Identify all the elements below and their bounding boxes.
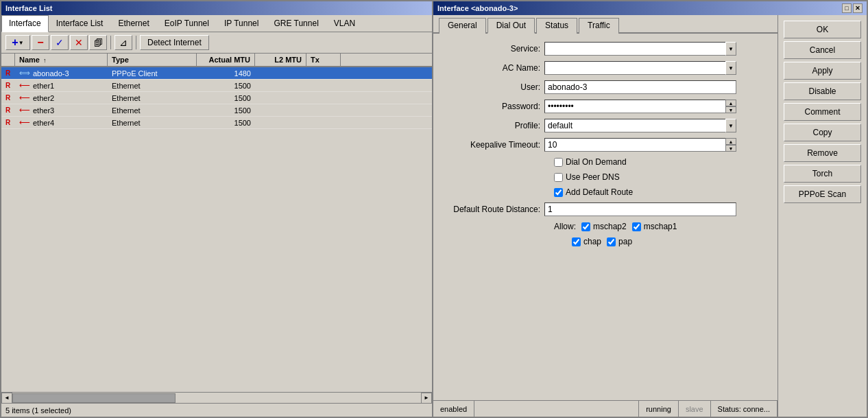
add-default-route-checkbox[interactable] (554, 188, 563, 197)
tab-traffic[interactable]: Traffic (579, 18, 619, 34)
status-running: running (639, 401, 679, 417)
menu-ethernet[interactable]: Ethernet (110, 15, 156, 32)
table-row[interactable]: R ⟺ abonado-3 PPPoE Client 1480 (1, 67, 432, 80)
row-l2mtu (255, 97, 306, 99)
col-type[interactable]: Type (108, 54, 197, 66)
tab-status[interactable]: Status (536, 18, 577, 34)
chap-checkbox[interactable] (572, 237, 581, 246)
profile-dropdown-button[interactable]: ▼ (725, 119, 736, 132)
profile-input-group: ▼ (544, 119, 736, 132)
dial-on-demand-label: Dial On Demand (566, 157, 627, 167)
separator (110, 36, 111, 49)
row-name: ⟵ ether3 (15, 105, 108, 115)
pppoe-scan-button[interactable]: PPPoE Scan (784, 185, 861, 203)
copy-button[interactable]: 🗐 (89, 35, 107, 50)
mschap1-checkbox[interactable] (632, 222, 641, 231)
row-tx (306, 122, 341, 124)
restore-button[interactable]: □ (842, 3, 852, 13)
table-row[interactable]: R ⟵ ether3 Ethernet 1500 (1, 104, 432, 117)
service-input-group: ▼ (544, 42, 736, 56)
use-peer-dns-group: Use Peer DNS (554, 172, 620, 182)
detect-internet-button[interactable]: Detect Internet (140, 35, 209, 50)
row-mtu: 1500 (197, 118, 255, 128)
tab-general[interactable]: General (439, 18, 486, 34)
ok-button[interactable]: OK (784, 21, 861, 38)
service-input[interactable] (544, 42, 725, 56)
comment-button[interactable]: Comment (784, 103, 861, 121)
use-peer-dns-row: Use Peer DNS (444, 172, 767, 182)
user-label: User: (444, 82, 540, 92)
scroll-right-button[interactable]: ► (421, 393, 432, 404)
left-window-title: Interface List (1, 1, 432, 15)
password-down-button[interactable]: ▼ (725, 106, 736, 113)
menu-vlan[interactable]: VLAN (326, 15, 363, 32)
remove-button[interactable]: Remove (784, 144, 861, 162)
scroll-left-button[interactable]: ◄ (1, 393, 12, 404)
table-row[interactable]: R ⟵ ether1 Ethernet 1500 (1, 80, 432, 92)
acname-dropdown-button[interactable]: ▼ (725, 61, 736, 75)
col-name[interactable]: Name ↑ (15, 54, 108, 66)
keepalive-input[interactable] (544, 138, 725, 152)
tab-dial-out[interactable]: Dial Out (487, 18, 535, 34)
hscroll-thumb[interactable] (12, 393, 176, 403)
row-tx (306, 110, 341, 111)
row-mtu: 1500 (197, 81, 255, 91)
col-l2mtu[interactable]: L2 MTU (255, 54, 306, 66)
service-dropdown-button[interactable]: ▼ (725, 42, 736, 56)
hscroll-track[interactable] (12, 393, 421, 403)
profile-label: Profile: (444, 121, 540, 130)
mschap2-label: mschap2 (593, 222, 627, 231)
add-button[interactable]: + ▼ (5, 35, 30, 50)
disable-button[interactable]: Disable (784, 82, 861, 100)
filter-button[interactable]: ⊿ (114, 35, 132, 50)
acname-input[interactable] (544, 61, 725, 75)
menu-ip-tunnel[interactable]: IP Tunnel (217, 15, 266, 32)
password-input[interactable] (544, 100, 725, 113)
mschap2-checkbox[interactable] (581, 222, 590, 231)
menu-bar: Interface Interface List Ethernet EoIP T… (1, 15, 432, 32)
password-row: Password: ▲ ▼ (444, 100, 767, 113)
menu-interface-list[interactable]: Interface List (49, 15, 111, 32)
close-button[interactable]: ✕ (853, 3, 863, 13)
table-row[interactable]: R ⟵ ether4 Ethernet 1500 (1, 117, 432, 129)
row-marker: R (1, 93, 15, 102)
col-tx[interactable]: Tx (306, 54, 341, 66)
user-input[interactable] (544, 80, 736, 94)
row-l2mtu (255, 85, 306, 86)
menu-gre-tunnel[interactable]: GRE Tunnel (266, 15, 326, 32)
password-label: Password: (444, 102, 540, 111)
dial-on-demand-checkbox[interactable] (554, 158, 563, 167)
chap-group: chap (572, 237, 601, 246)
detail-area: General Dial Out Status Traffic Service:… (433, 15, 777, 417)
table-body: R ⟺ abonado-3 PPPoE Client 1480 R ⟵ ethe… (1, 67, 432, 392)
mschap2-group: mschap2 (581, 222, 627, 231)
row-tx (306, 85, 341, 86)
use-peer-dns-checkbox[interactable] (554, 173, 563, 182)
row-l2mtu (255, 73, 306, 74)
keepalive-up-button[interactable]: ▲ (725, 138, 736, 145)
row-mtu: 1480 (197, 69, 255, 78)
menu-interface[interactable]: Interface (1, 15, 49, 32)
service-row: Service: ▼ (444, 42, 767, 56)
x-button[interactable]: ✕ (70, 35, 88, 50)
password-up-button[interactable]: ▲ (725, 100, 736, 106)
apply-button[interactable]: Apply (784, 62, 861, 80)
torch-button[interactable]: Torch (784, 165, 861, 183)
check-button[interactable]: ✓ (51, 35, 69, 50)
copy-button[interactable]: Copy (784, 124, 861, 141)
remove-button[interactable]: − (32, 35, 49, 50)
interface-list-window: Interface List Interface Interface List … (0, 0, 433, 418)
profile-input[interactable] (544, 119, 725, 132)
menu-eoip-tunnel[interactable]: EoIP Tunnel (157, 15, 217, 32)
col-actual-mtu[interactable]: Actual MTU (197, 54, 255, 66)
table-row[interactable]: R ⟵ ether2 Ethernet 1500 (1, 92, 432, 104)
row-l2mtu (255, 110, 306, 111)
chap-label: chap (583, 237, 601, 246)
status-slave: slave (679, 401, 711, 417)
keepalive-down-button[interactable]: ▼ (725, 145, 736, 152)
pap-checkbox[interactable] (607, 237, 616, 246)
password-input-group: ▲ ▼ (544, 100, 736, 113)
row-tx (306, 73, 341, 74)
default-route-dist-input[interactable] (544, 202, 736, 216)
cancel-button[interactable]: Cancel (784, 41, 861, 59)
